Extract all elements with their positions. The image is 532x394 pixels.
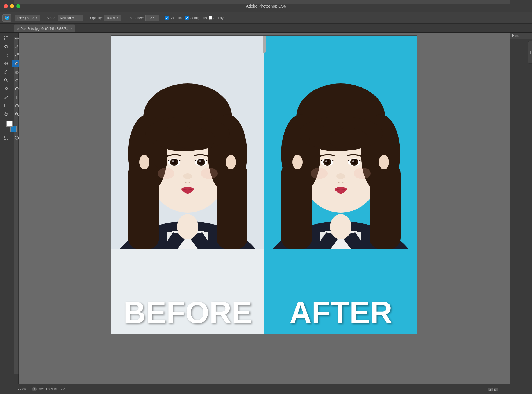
after-portrait bbox=[264, 36, 417, 249]
svg-line-5 bbox=[18, 45, 18, 45]
all-layers-label: All Layers bbox=[213, 16, 228, 20]
status-nav-next[interactable]: ▶ bbox=[494, 388, 498, 391]
svg-line-24 bbox=[5, 90, 5, 90]
svg-point-93 bbox=[354, 168, 371, 179]
svg-rect-35 bbox=[15, 136, 19, 139]
svg-point-4 bbox=[17, 45, 18, 46]
mode-value: Normal bbox=[60, 16, 71, 20]
svg-point-92 bbox=[311, 168, 328, 179]
all-layers-checkbox[interactable] bbox=[209, 16, 212, 20]
fill-type-value: Foreground bbox=[17, 16, 34, 20]
status-info-button[interactable] bbox=[32, 387, 37, 391]
svg-point-82 bbox=[329, 128, 368, 150]
split-divider-handle[interactable] bbox=[263, 36, 266, 53]
tab-title: Pas Foto.jpg @ 66.7% (RGB/8#) * bbox=[21, 27, 72, 31]
opacity-value: 100% bbox=[106, 16, 115, 20]
svg-point-26 bbox=[16, 88, 17, 89]
window-controls[interactable] bbox=[4, 4, 20, 8]
svg-point-86 bbox=[325, 160, 327, 162]
before-label: BEFORE bbox=[111, 297, 264, 328]
dodge-tool[interactable] bbox=[1, 85, 11, 93]
tab-close-icon[interactable]: × bbox=[17, 27, 19, 30]
lasso-tool[interactable] bbox=[1, 43, 11, 51]
right-panel: Hist bbox=[510, 33, 532, 384]
after-label: AFTER bbox=[264, 297, 417, 328]
svg-rect-34 bbox=[4, 136, 8, 139]
marquee-rect-tool[interactable] bbox=[1, 34, 11, 42]
before-portrait bbox=[111, 36, 264, 249]
canvas-area[interactable]: BEFORE bbox=[19, 33, 510, 384]
svg-point-65 bbox=[226, 155, 236, 169]
svg-point-61 bbox=[183, 173, 192, 179]
minimize-button[interactable] bbox=[10, 4, 14, 8]
svg-point-94 bbox=[292, 155, 303, 169]
before-panel: BEFORE bbox=[111, 36, 264, 334]
close-button[interactable] bbox=[4, 4, 8, 8]
svg-line-31 bbox=[17, 115, 19, 116]
svg-rect-48 bbox=[128, 162, 159, 249]
mode-dropdown[interactable]: Normal ▼ bbox=[58, 15, 83, 21]
tolerance-label: Tolerance: bbox=[128, 16, 144, 20]
zoom-level: 66.7% bbox=[17, 387, 26, 391]
svg-rect-79 bbox=[370, 162, 401, 249]
svg-line-12 bbox=[15, 55, 16, 56]
mode-arrow: ▼ bbox=[72, 17, 74, 19]
tolerance-input[interactable] bbox=[145, 15, 159, 21]
svg-point-17 bbox=[4, 73, 6, 74]
brush-tool[interactable] bbox=[1, 68, 11, 76]
svg-point-97 bbox=[34, 388, 35, 389]
svg-point-52 bbox=[176, 128, 215, 150]
fill-type-arrow: ▼ bbox=[35, 17, 38, 19]
ruler-horizontal bbox=[14, 0, 510, 4]
svg-line-27 bbox=[4, 99, 5, 99]
svg-point-73 bbox=[330, 214, 351, 239]
opacity-dropdown[interactable]: 100% ▼ bbox=[104, 15, 121, 21]
history-title: Hist bbox=[512, 34, 519, 38]
all-layers-group[interactable]: All Layers bbox=[209, 16, 228, 20]
svg-point-90 bbox=[352, 160, 354, 162]
tab-bar: × Pas Foto.jpg @ 66.7% (RGB/8#) * bbox=[0, 24, 532, 33]
crop-tool[interactable] bbox=[1, 51, 11, 59]
svg-point-59 bbox=[199, 160, 203, 164]
svg-rect-78 bbox=[281, 162, 312, 249]
svg-point-64 bbox=[139, 155, 149, 169]
pen-tool[interactable] bbox=[1, 93, 11, 101]
foreground-color-swatch[interactable] bbox=[6, 121, 13, 127]
options-toolbar: 🪣 Foreground ▼ Mode: Normal ▼ Opacity: 1… bbox=[0, 12, 532, 24]
svg-point-89 bbox=[352, 160, 356, 164]
patch-tool[interactable] bbox=[1, 60, 11, 67]
svg-line-3 bbox=[16, 46, 17, 48]
hand-tool[interactable] bbox=[1, 110, 11, 118]
history-panel-header: Hist bbox=[510, 33, 532, 39]
svg-point-43 bbox=[177, 214, 198, 239]
document-tab[interactable]: × Pas Foto.jpg @ 66.7% (RGB/8#) * bbox=[14, 24, 75, 32]
svg-point-60 bbox=[199, 160, 201, 162]
after-panel: AFTER bbox=[264, 36, 417, 334]
maximize-button[interactable] bbox=[16, 4, 20, 8]
paint-bucket-tool-btn[interactable]: 🪣 bbox=[2, 14, 11, 22]
panel-collapse-handle[interactable] bbox=[528, 41, 532, 64]
color-swatches[interactable] bbox=[5, 121, 18, 132]
mode-label: Mode: bbox=[47, 16, 56, 20]
fill-type-dropdown[interactable]: Foreground ▼ bbox=[15, 15, 40, 21]
status-nav-prev[interactable]: ◀ bbox=[488, 388, 493, 391]
svg-point-91 bbox=[336, 173, 345, 179]
svg-point-20 bbox=[4, 79, 7, 81]
anti-alias-group[interactable]: Anti-alias bbox=[165, 16, 183, 20]
contiguous-checkbox[interactable] bbox=[185, 16, 189, 20]
svg-rect-0 bbox=[4, 37, 8, 40]
svg-point-55 bbox=[172, 160, 176, 164]
status-bar: 66.7% Doc: 1.37M/1.37M ◀ ▶ bbox=[0, 384, 532, 394]
document-canvas: BEFORE bbox=[111, 35, 417, 333]
anti-alias-label: Anti-alias bbox=[170, 16, 183, 20]
contiguous-group[interactable]: Contiguous bbox=[185, 16, 207, 20]
svg-point-62 bbox=[158, 168, 174, 179]
opacity-label: Opacity: bbox=[90, 16, 103, 20]
svg-point-23 bbox=[5, 87, 8, 90]
path-selection-tool[interactable] bbox=[1, 102, 11, 110]
clone-stamp-tool[interactable] bbox=[1, 76, 11, 84]
anti-alias-checkbox[interactable] bbox=[165, 16, 169, 20]
standard-mode[interactable] bbox=[1, 134, 11, 142]
contiguous-label: Contiguous bbox=[190, 16, 207, 20]
doc-info: Doc: 1.37M/1.37M bbox=[38, 387, 65, 391]
